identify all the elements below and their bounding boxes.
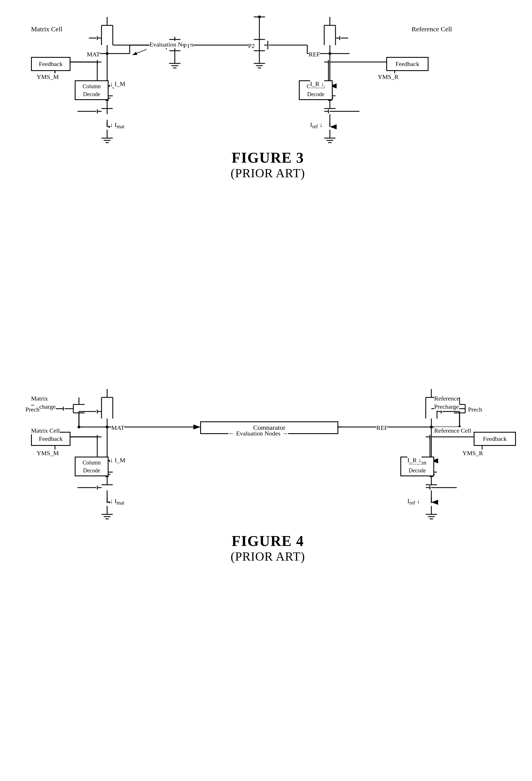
figure3-container: Feedback Feedback ColumnDecode ColumnDec…	[14, 8, 522, 172]
ymsm-label-fig4: YMS_M	[37, 450, 58, 457]
figure4-diagram: Feedback Feedback ColumnDecode ColumnDec…	[14, 380, 522, 527]
reference-cell-label-fig4: Reference Cell	[434, 427, 471, 434]
imat-label-fig3: ↓ Imat	[110, 121, 124, 130]
ymsr-label-fig3: YMS_R	[378, 73, 398, 81]
svg-point-104	[106, 52, 109, 55]
im-label-fig3: ↓ I_M	[110, 80, 125, 88]
p1-label-fig3: P1	[183, 42, 190, 50]
prech-left-label-fig4: Prech	[26, 406, 39, 413]
ref-label-fig4: REF	[376, 424, 387, 431]
iref-label-fig3: Iref ↓	[310, 121, 323, 130]
ymsr-label-fig4: YMS_R	[462, 450, 483, 457]
matrix-cell-label-fig4: Matrix Cell	[31, 427, 60, 434]
prech-right-label-fig4: Prech	[468, 406, 482, 413]
svg-point-124	[78, 425, 80, 428]
mat-label-fig4: MAT	[111, 424, 124, 431]
svg-point-105	[328, 52, 331, 55]
feedback-box-right-fig4: Feedback	[474, 432, 516, 446]
figure4-container: Feedback Feedback ColumnDecode ColumnDec…	[14, 380, 522, 555]
page: Feedback Feedback ColumnDecode ColumnDec…	[0, 0, 532, 781]
col-decode-left-fig3: ColumnDecode	[75, 80, 109, 100]
figure3-title: FIGURE 3	[14, 150, 522, 166]
reference-cell-label-fig3: Reference Cell	[412, 25, 452, 33]
ymsm-label-fig3: YMS_M	[37, 73, 58, 81]
iref-label-fig4: Iref ↓	[407, 497, 420, 506]
feedback-box-right-fig3: Feedback	[386, 57, 428, 71]
figure3-diagram: Feedback Feedback ColumnDecode ColumnDec…	[14, 8, 522, 144]
mat-label-fig3: MAT	[87, 51, 100, 58]
figure3-subtitle: (PRIOR ART)	[14, 166, 522, 180]
imat-label-fig4: ↓ Imat	[110, 497, 124, 506]
ref-label-fig3: REF	[309, 51, 320, 58]
figure4-subtitle: (PRIOR ART)	[14, 549, 522, 564]
svg-line-102	[132, 49, 147, 55]
p2-label-fig3: P2	[248, 42, 255, 50]
figure3-caption: FIGURE 3 (PRIOR ART)	[14, 150, 522, 180]
svg-point-136	[106, 425, 109, 428]
col-decode-left-fig4: ColumnDecode	[75, 457, 109, 476]
im-label-fig4: ↓ I_M	[110, 457, 125, 464]
feedback-box-left-fig3: Feedback	[31, 57, 71, 71]
ir-label-fig4: I_R ↓	[407, 457, 421, 464]
matrix-cell-label-fig3: Matrix Cell	[31, 25, 62, 33]
figure4-caption: FIGURE 4 (PRIOR ART)	[14, 533, 522, 564]
reference-precharge-label-fig4: ReferencePrecharge	[434, 395, 459, 411]
ir-label-fig3: I_R ↓	[310, 80, 324, 88]
figure4-title: FIGURE 4	[14, 533, 522, 549]
evaluation-nodes-label-fig4: ← Evaluation Nodes →	[229, 430, 288, 437]
svg-point-106	[258, 15, 261, 18]
svg-point-184	[430, 425, 433, 428]
